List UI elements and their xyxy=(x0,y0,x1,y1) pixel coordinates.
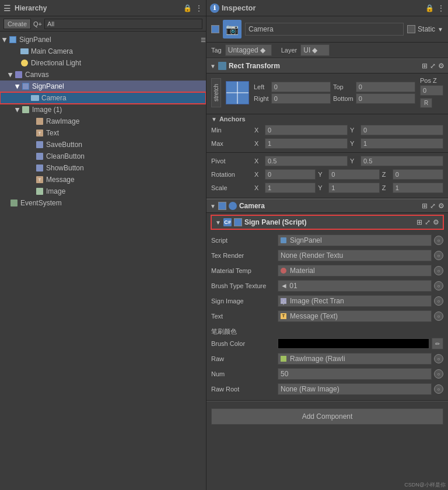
cam-expand-icon[interactable]: ⤢ xyxy=(430,202,436,210)
tree-item-image1[interactable]: ▶ Image (1) xyxy=(0,104,206,116)
object-name-field[interactable] xyxy=(245,23,404,36)
create-button[interactable]: Create xyxy=(4,19,31,29)
right-input[interactable] xyxy=(271,93,331,104)
stretch-label: stretch xyxy=(211,78,221,107)
active-checkbox[interactable] xyxy=(211,25,219,33)
rt-gear-icon[interactable]: ⚙ xyxy=(438,62,444,70)
top-input[interactable] xyxy=(356,82,415,92)
anchor-min-y[interactable] xyxy=(360,125,443,135)
brush-color-pencil-btn[interactable]: ✏ xyxy=(432,338,443,349)
tree-item-text[interactable]: ▶ T Text xyxy=(0,127,206,139)
anchor-min-x[interactable] xyxy=(265,125,348,135)
sp-gear-icon[interactable]: ⚙ xyxy=(433,218,439,226)
camera-component-icon xyxy=(229,202,237,210)
rect-transform-collapse[interactable]: ▼ xyxy=(210,63,216,69)
pivot-y[interactable] xyxy=(360,156,443,166)
cam-gear-icon[interactable]: ⚙ xyxy=(438,202,444,210)
sign-panel-collapse[interactable]: ▼ xyxy=(215,219,221,226)
inspector-icon: ℹ xyxy=(210,4,219,13)
hierarchy-title: Hierarchy xyxy=(15,4,47,12)
menu-icon[interactable]: ⋮ xyxy=(195,4,202,12)
tree-item-directional-light[interactable]: ▶ Directional Light xyxy=(0,57,206,69)
camera-collapse[interactable]: ▼ xyxy=(210,203,216,209)
rot-y[interactable] xyxy=(328,169,379,180)
sp-expand-icon[interactable]: ⤢ xyxy=(425,218,430,226)
hierarchy-tree: ▶ SignPanel ☰ ▶ Main Camera ▶ Directiona… xyxy=(0,32,206,490)
rot-x[interactable] xyxy=(265,169,316,180)
tree-item-main-camera[interactable]: ▶ Main Camera xyxy=(0,46,206,57)
r-button[interactable]: R xyxy=(420,98,432,108)
rt-expand-icon[interactable]: ⤢ xyxy=(430,62,436,70)
rot-z[interactable] xyxy=(393,169,443,180)
tag-dropdown[interactable]: Untagged ◆ xyxy=(225,44,272,56)
tree-item-camera[interactable]: ▶ Camera xyxy=(0,92,206,104)
tree-options[interactable]: ☰ xyxy=(201,37,206,43)
inspector-lock-icon[interactable]: 🔒 xyxy=(425,4,434,12)
cam-copy-icon[interactable]: ⊞ xyxy=(422,202,428,210)
tree-item-signpanel-root[interactable]: ▶ SignPanel ☰ xyxy=(0,34,206,46)
pivot-label: Pivot xyxy=(211,158,252,164)
left-input[interactable] xyxy=(271,82,331,92)
tree-item-rawimage[interactable]: ▶ RawImage xyxy=(0,116,206,127)
static-dropdown-arrow[interactable]: ▼ xyxy=(438,26,443,33)
brush-type-texture-label: Brush Type Texture xyxy=(211,282,275,289)
text-label: Text xyxy=(46,129,59,137)
object-icon-box: 📷 xyxy=(223,20,242,38)
anchor-max-y-label: Y xyxy=(350,140,358,147)
num-value: 50 xyxy=(278,368,432,380)
material-temp-circle-btn[interactable]: ○ xyxy=(434,266,443,275)
search-input[interactable] xyxy=(44,19,202,29)
inspector-menu-icon[interactable]: ⋮ xyxy=(438,4,444,12)
brush-color-section-label: 笔刷颜色 xyxy=(211,328,237,335)
static-checkbox[interactable] xyxy=(407,25,415,33)
lock-icon[interactable]: 🔒 xyxy=(183,4,192,12)
sign-panel-active-checkbox[interactable] xyxy=(234,218,242,226)
tree-item-savebutton[interactable]: ▶ SaveButton xyxy=(0,139,206,150)
scale-x[interactable] xyxy=(265,183,316,193)
left-label: Left xyxy=(254,83,269,90)
brush-color-row: Brush Color ✏ xyxy=(211,337,443,350)
arrow-signpanel-child: ▶ xyxy=(15,84,21,89)
anchor-max-x[interactable] xyxy=(265,138,348,149)
tree-item-message[interactable]: ▶ T Message xyxy=(0,174,206,186)
num-circle-btn[interactable]: ○ xyxy=(434,369,443,379)
image1-label: Image (1) xyxy=(32,106,62,114)
camera-component-actions: ⊞ ⤢ ⚙ xyxy=(422,202,444,210)
raw-root-circle-btn[interactable]: ○ xyxy=(434,384,443,394)
tree-item-eventsystem[interactable]: ▶ EventSystem xyxy=(0,197,206,209)
layer-dropdown[interactable]: UI ◆ xyxy=(300,44,330,56)
sp-copy-icon[interactable]: ⊞ xyxy=(416,218,422,226)
rt-copy-icon[interactable]: ⊞ xyxy=(422,62,428,70)
cleanbutton-icon xyxy=(35,152,44,161)
hamburger-icon[interactable]: ☰ xyxy=(4,4,11,13)
inspector-title: Inspector xyxy=(222,4,256,12)
tree-item-canvas[interactable]: ▶ Canvas xyxy=(0,69,206,80)
camera-active-checkbox[interactable] xyxy=(218,202,226,210)
scale-y[interactable] xyxy=(328,183,379,193)
brush-type-texture-circle-btn[interactable]: ○ xyxy=(434,281,443,290)
tex-render-circle-btn[interactable]: ○ xyxy=(434,251,443,260)
posz-input[interactable] xyxy=(420,85,443,96)
tag-label: Tag xyxy=(211,47,222,54)
sign-panel-wrapper: ▼ C# Sign Panel (Script) ⊞ ⤢ ⚙ xyxy=(208,215,446,230)
tree-item-signpanel-child[interactable]: ▶ SignPanel xyxy=(0,80,206,92)
scale-z[interactable] xyxy=(393,183,443,193)
tex-render-row: Tex Render None (Render Textu ○ xyxy=(211,249,443,262)
raw-circle-btn[interactable]: ○ xyxy=(434,354,443,363)
anchors-collapse[interactable]: ▼ xyxy=(211,116,217,123)
sign-image-circle-btn[interactable]: ○ xyxy=(434,296,443,306)
tree-item-showbutton[interactable]: ▶ ShowButton xyxy=(0,162,206,174)
rt-center-widget[interactable] xyxy=(226,81,249,104)
arrow-canvas: ▶ xyxy=(8,72,14,77)
tree-item-image2[interactable]: ▶ Image xyxy=(0,186,206,197)
script-circle-btn[interactable]: ○ xyxy=(434,236,443,245)
anchor-max-y[interactable] xyxy=(360,138,443,149)
posz-label: Pos Z xyxy=(420,77,437,84)
add-component-button[interactable]: Add Component xyxy=(211,408,443,425)
tree-item-cleanbutton[interactable]: ▶ CleanButton xyxy=(0,150,206,162)
text-circle-btn[interactable]: ○ xyxy=(434,312,443,321)
bottom-input[interactable] xyxy=(356,93,415,104)
brush-color-section: 笔刷颜色 xyxy=(211,325,443,337)
pivot-x[interactable] xyxy=(265,156,348,166)
brush-color-swatch[interactable] xyxy=(278,338,429,349)
